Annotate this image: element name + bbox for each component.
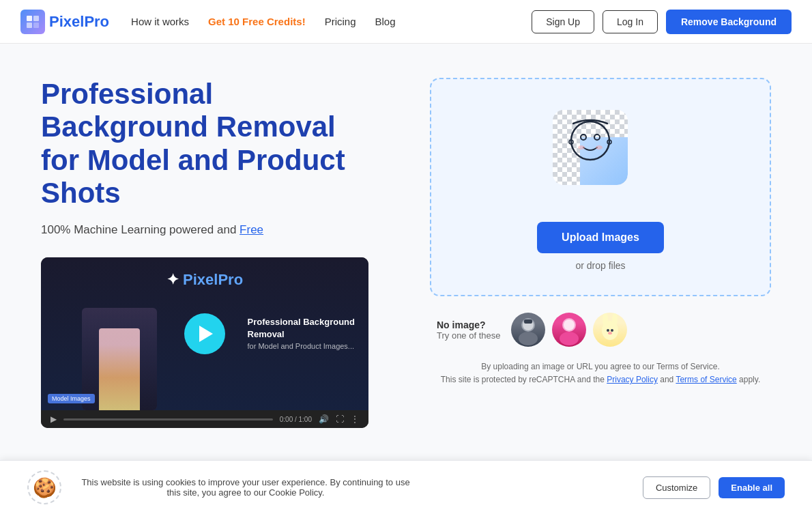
nav-links: How it works Get 10 Free Credits! Pricin… [131, 16, 395, 27]
svg-point-19 [603, 313, 608, 326]
drop-hint: or drop files [575, 260, 625, 271]
no-image-label: No image? [437, 319, 500, 330]
svg-point-6 [594, 134, 600, 140]
play-button[interactable] [184, 313, 225, 354]
nav-left: PixelPro How it works Get 10 Free Credit… [20, 10, 396, 34]
video-player: ✦ PixelPro Model Images Professional Bac… [41, 257, 368, 428]
no-image-text: No image? Try one of these [437, 319, 500, 341]
upload-images-button[interactable]: Upload Images [537, 222, 664, 253]
svg-point-7 [578, 145, 585, 149]
privacy-policy-link[interactable]: Privacy Policy [607, 375, 658, 384]
video-controls: ▶ 0:00 / 1:00 🔊 ⛶ ⋮ [41, 410, 368, 428]
more-options-icon[interactable]: ⋮ [351, 414, 359, 424]
time-label: 0:00 / 1:00 [280, 416, 312, 423]
sample-images [511, 313, 627, 347]
video-logo: ✦ PixelPro [166, 271, 243, 289]
sample-image-rabbit[interactable] [593, 313, 627, 347]
drop-illustration [553, 110, 648, 205]
logo-text: PixelPro [49, 13, 109, 31]
svg-rect-14 [524, 319, 532, 324]
hero-left: Professional Background Removal for Mode… [41, 78, 368, 428]
nav-how-it-works[interactable]: How it works [131, 16, 189, 27]
free-link[interactable]: Free [240, 223, 263, 236]
cookie-banner: 🍪 This website is using cookies to impro… [0, 460, 812, 469]
terms-text: By uploading an image or URL you agree t… [430, 360, 771, 386]
sample-row: No image? Try one of these [430, 313, 771, 347]
svg-rect-2 [27, 23, 32, 28]
fullscreen-icon[interactable]: ⛶ [336, 414, 344, 424]
video-title: Professional Background Removal for Mode… [248, 316, 355, 352]
tos-link[interactable]: Terms of Service [676, 375, 736, 384]
hero-subtitle: 100% Machine Learning powered and Free [41, 223, 368, 237]
volume-icon[interactable]: 🔊 [319, 414, 329, 424]
hero-title: Professional Background Removal for Mode… [41, 78, 368, 210]
svg-rect-0 [27, 16, 32, 21]
video-tag: Model Images [48, 394, 95, 403]
svg-point-5 [581, 134, 586, 140]
svg-point-21 [607, 329, 609, 332]
navbar: PixelPro How it works Get 10 Free Credit… [0, 0, 812, 44]
login-button[interactable]: Log In [603, 10, 658, 33]
svg-point-22 [611, 329, 613, 332]
svg-point-12 [519, 332, 538, 345]
drop-zone[interactable]: Upload Images or drop files [430, 78, 771, 296]
try-these-text: Try one of these [437, 330, 500, 341]
remove-background-button[interactable]: Remove Background [666, 10, 792, 34]
sample-image-man[interactable] [511, 313, 545, 347]
svg-point-8 [596, 145, 603, 149]
svg-point-16 [560, 332, 579, 345]
nav-promo[interactable]: Get 10 Free Credits! [208, 16, 306, 27]
logo[interactable]: PixelPro [20, 10, 109, 34]
progress-bar[interactable] [63, 418, 273, 420]
hero-right: Upload Images or drop files No image? Tr… [430, 78, 771, 386]
hero-section: Professional Background Removal for Mode… [0, 44, 812, 469]
video-top: ✦ PixelPro Model Images Professional Bac… [41, 257, 368, 410]
nav-blog[interactable]: Blog [375, 16, 396, 27]
svg-point-4 [571, 122, 609, 160]
face-illustration [553, 110, 628, 185]
signup-button[interactable]: Sign Up [532, 10, 594, 33]
logo-icon [20, 10, 45, 34]
svg-rect-1 [33, 16, 39, 21]
svg-point-17 [564, 319, 575, 330]
nav-pricing[interactable]: Pricing [325, 16, 356, 27]
nav-right: Sign Up Log In Remove Background [532, 10, 792, 34]
svg-point-23 [608, 332, 612, 334]
svg-point-20 [612, 313, 618, 326]
sample-image-woman[interactable] [552, 313, 586, 347]
play-pause-icon[interactable]: ▶ [50, 414, 57, 424]
svg-rect-3 [33, 23, 39, 28]
